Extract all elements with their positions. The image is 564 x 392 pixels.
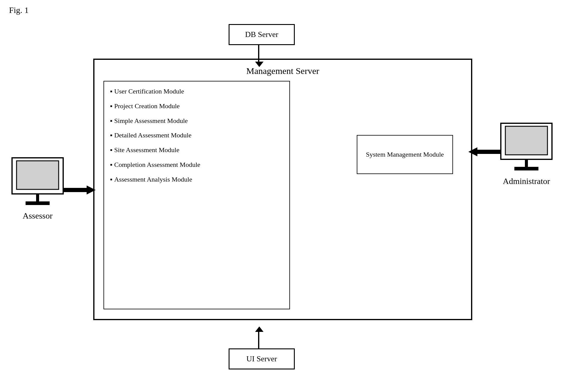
figure-label: Fig. 1: [9, 5, 29, 15]
management-server-title: Management Server: [94, 66, 471, 76]
assessor-to-mgmt-arrow: [63, 185, 96, 194]
ui-server-box: UI Server: [229, 348, 295, 369]
svg-marker-9: [468, 147, 501, 156]
svg-rect-6: [505, 126, 547, 155]
admin-to-mgmt-arrow: [468, 147, 501, 156]
svg-rect-8: [514, 167, 538, 170]
svg-rect-1: [17, 161, 59, 189]
module-user-cert: User Certification Module: [104, 81, 289, 96]
module-simple-assessment: Simple Assessment Module: [104, 111, 289, 126]
svg-marker-4: [63, 185, 96, 194]
svg-rect-2: [36, 194, 39, 201]
svg-rect-3: [26, 201, 50, 205]
assessor-area: Assessor: [6, 156, 69, 221]
module-site-assessment: Site Assessment Module: [104, 140, 289, 155]
administrator-area: Administrator: [495, 122, 558, 186]
ui-server-label: UI Server: [246, 354, 277, 363]
module-assessment-analysis: Assessment Analysis Module: [104, 170, 289, 184]
module-detailed-assessment: Detailed Assessment Module: [104, 125, 289, 140]
administrator-label: Administrator: [503, 176, 550, 186]
db-server-label: DB Server: [245, 30, 278, 39]
svg-rect-7: [525, 159, 528, 167]
assessor-monitor-icon: [9, 156, 66, 207]
module-project-creation: Project Creation Module: [104, 96, 289, 111]
modules-box: User Certification Module Project Creati…: [103, 81, 290, 309]
administrator-monitor-icon: [498, 122, 555, 173]
system-management-box: System Management Module: [357, 135, 453, 174]
module-completion-assessment: Completion Assessment Module: [104, 155, 289, 170]
management-server-box: Management Server User Certification Mod…: [93, 59, 472, 320]
db-server-box: DB Server: [229, 24, 295, 45]
assessor-label: Assessor: [23, 211, 53, 221]
system-management-label: System Management Module: [366, 151, 444, 158]
